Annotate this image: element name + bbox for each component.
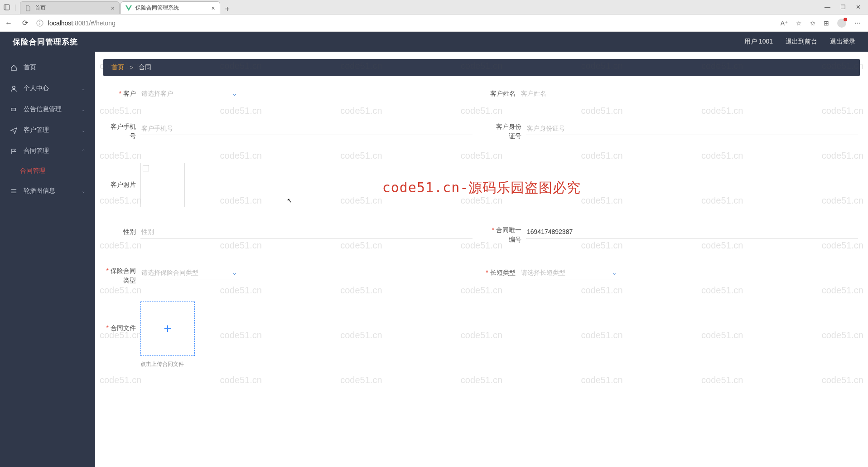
customer-id-label: 客户身份证号 xyxy=(491,122,526,141)
logout-link[interactable]: 退出登录 xyxy=(830,38,855,46)
contract-uid-label: *合同唯一编号 xyxy=(491,225,526,244)
chevron-down-icon: ⌄ xyxy=(82,86,85,91)
chevron-down-icon: ⌄ xyxy=(82,189,85,194)
new-tab-button[interactable]: + xyxy=(221,5,234,14)
contract-form: *客户 ⌄ 客户姓名 xyxy=(103,84,860,375)
sidebar-item-label: 个人中心 xyxy=(24,84,75,92)
refresh-icon[interactable]: ⟳ xyxy=(20,19,30,27)
customer-phone-label: 客户手机号 xyxy=(105,122,140,141)
flag-icon xyxy=(10,148,17,155)
window-close-icon[interactable]: ✕ xyxy=(856,4,861,10)
svg-point-5 xyxy=(12,86,15,88)
send-icon xyxy=(10,127,17,134)
breadcrumb: 首页 > 合同 xyxy=(103,59,860,76)
breadcrumb-current: 合同 xyxy=(139,63,151,72)
chevron-down-icon: ⌄ xyxy=(82,107,85,112)
customer-photo-box[interactable] xyxy=(140,163,185,207)
page-icon xyxy=(25,5,31,11)
chevron-up-icon: ⌃ xyxy=(82,149,85,154)
gender-label: 性别 xyxy=(105,225,140,237)
sidebar-item-carousel[interactable]: 轮播图信息 ⌄ xyxy=(0,180,95,201)
customer-select[interactable]: ⌄ xyxy=(140,87,239,100)
home-icon xyxy=(10,64,17,71)
close-icon[interactable]: × xyxy=(211,5,215,12)
browser-address-bar: ← ⟳ localhost:8081/#/hetong A⁺ ☆ ✩ ⊞ ⋯ xyxy=(0,15,868,32)
customer-photo-label: 客户照片 xyxy=(105,163,140,190)
sidebar-item-label: 首页 xyxy=(24,63,85,72)
user-icon xyxy=(10,85,17,92)
favorites-bar-icon[interactable]: ✩ xyxy=(810,19,815,27)
sidebar-item-customer[interactable]: 客户管理 ⌄ xyxy=(0,120,95,141)
term-type-label: *长短类型 xyxy=(485,266,520,277)
breadcrumb-home[interactable]: 首页 xyxy=(111,63,124,72)
info-icon[interactable] xyxy=(36,19,43,27)
tab-title: 保险合同管理系统 xyxy=(135,4,208,12)
back-icon[interactable]: ← xyxy=(4,19,14,27)
sidebar-item-label: 客户管理 xyxy=(24,126,75,134)
collections-icon[interactable]: ⊞ xyxy=(824,19,829,27)
sidebar: 首页 个人中心 ⌄ 公告信息管理 ⌄ 客户管理 ⌄ 合同管理 ⌃ 合同管理 轮播… xyxy=(0,52,95,467)
sidebar-item-contract[interactable]: 合同管理 ⌃ xyxy=(0,141,95,161)
sidebar-subitem-contract[interactable]: 合同管理 xyxy=(0,161,95,180)
gender-input[interactable] xyxy=(140,225,473,238)
contract-file-upload[interactable]: + xyxy=(140,302,195,356)
sidebar-item-home[interactable]: 首页 xyxy=(0,57,95,78)
browser-tab-strip: | 首页 × 保险合同管理系统 × + — ☐ ✕ xyxy=(0,0,868,15)
breadcrumb-sep: > xyxy=(130,64,133,71)
chevron-down-icon: ⌄ xyxy=(82,128,85,133)
window-minimize-icon[interactable]: — xyxy=(825,4,830,10)
sidebar-item-label: 轮播图信息 xyxy=(24,187,75,195)
insurance-type-label: *保险合同类型 xyxy=(105,266,140,285)
contract-file-label: *合同文件 xyxy=(105,302,140,333)
insurance-type-select[interactable]: ⌄ xyxy=(140,266,239,279)
app-header: 保险合同管理系统 用户 1001 退出到前台 退出登录 xyxy=(0,32,868,52)
user-label[interactable]: 用户 1001 xyxy=(744,38,773,46)
back-to-front-link[interactable]: 退出到前台 xyxy=(786,38,817,46)
svg-rect-6 xyxy=(11,108,15,111)
app-title: 保险合同管理系统 xyxy=(13,37,78,47)
sidebar-item-label: 公告信息管理 xyxy=(24,105,75,113)
sidebar-item-notice[interactable]: 公告信息管理 ⌄ xyxy=(0,99,95,120)
window-maximize-icon[interactable]: ☐ xyxy=(840,4,846,10)
browser-tab-active[interactable]: 保险合同管理系统 × xyxy=(121,1,220,14)
browser-tab[interactable]: 首页 × xyxy=(20,1,120,14)
bullhorn-icon xyxy=(10,106,17,113)
plus-icon: + xyxy=(164,321,172,336)
more-icon[interactable]: ⋯ xyxy=(854,19,861,27)
customer-phone-input[interactable] xyxy=(140,122,473,135)
sidebar-item-profile[interactable]: 个人中心 ⌄ xyxy=(0,78,95,99)
tab-title: 首页 xyxy=(35,4,107,12)
main-content: code51.cncode51.cncode51.cncode51.cncode… xyxy=(95,52,868,467)
customer-name-input[interactable] xyxy=(520,87,858,100)
sidebar-toggle-icon[interactable] xyxy=(4,4,10,10)
customer-id-input[interactable] xyxy=(526,122,858,135)
close-icon[interactable]: × xyxy=(111,5,114,12)
profile-avatar[interactable] xyxy=(837,19,846,28)
sidebar-item-label: 合同管理 xyxy=(24,147,75,155)
svg-point-4 xyxy=(39,21,40,22)
upload-hint: 点击上传合同文件 xyxy=(140,360,473,368)
vue-icon xyxy=(125,5,132,11)
contract-uid-value: 1694174892387 xyxy=(526,225,858,238)
term-type-select[interactable]: ⌄ xyxy=(520,266,619,279)
read-aloud-icon[interactable]: A⁺ xyxy=(781,19,788,27)
customer-label: *客户 xyxy=(105,87,140,98)
customer-name-label: 客户姓名 xyxy=(485,87,520,98)
sliders-icon xyxy=(10,188,17,195)
favorite-icon[interactable]: ☆ xyxy=(796,19,802,27)
svg-rect-0 xyxy=(4,5,10,10)
url-display[interactable]: localhost:8081/#/hetong xyxy=(36,19,774,27)
